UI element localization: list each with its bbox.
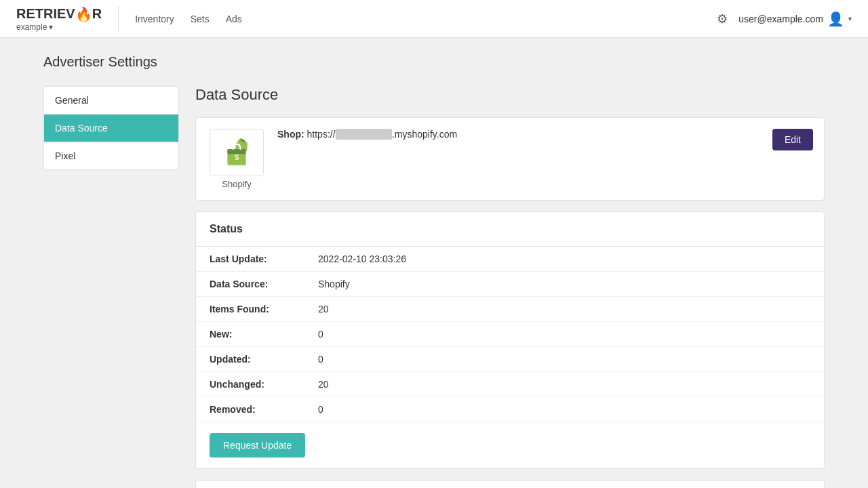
schedule-header: Schedule bbox=[196, 481, 824, 488]
status-row-updated: Updated: 0 bbox=[196, 347, 824, 372]
svg-rect-1 bbox=[227, 149, 245, 154]
status-box: Status Last Update: 2022-02-10 23:03:26 … bbox=[195, 211, 825, 469]
logo-text-r: R bbox=[92, 6, 102, 22]
main-nav: Inventory Sets Ads bbox=[135, 11, 717, 27]
status-value-data-source: Shopify bbox=[318, 279, 350, 289]
status-row-unchanged: Unchanged: 20 bbox=[196, 372, 824, 397]
status-row-last-update: Last Update: 2022-02-10 23:03:26 bbox=[196, 247, 824, 272]
user-email: user@example.com bbox=[738, 14, 823, 24]
shop-url-blurred: ████████ bbox=[336, 129, 392, 140]
status-label-removed: Removed: bbox=[210, 404, 318, 415]
header: RETRIEV 🔥 R example ▾ Inventory Sets Ads… bbox=[0, 0, 868, 38]
schedule-box: Schedule bbox=[195, 480, 825, 488]
status-value-last-update: 2022-02-10 23:03:26 bbox=[318, 253, 406, 264]
page-container: Advertiser Settings General Data Source … bbox=[27, 38, 841, 488]
shopify-logo-icon: S bbox=[220, 136, 254, 169]
user-menu[interactable]: user@example.com 👤 ▾ bbox=[738, 11, 852, 27]
shopify-label: Shopify bbox=[222, 179, 251, 189]
edit-button[interactable]: Edit bbox=[772, 129, 813, 150]
svg-text:S: S bbox=[235, 154, 239, 161]
main-content: Data Source bbox=[195, 86, 825, 488]
status-label-new: New: bbox=[210, 329, 318, 340]
logo-sub[interactable]: example ▾ bbox=[16, 22, 102, 32]
status-label-last-update: Last Update: bbox=[210, 253, 318, 264]
shopify-logo-box: S bbox=[210, 129, 264, 176]
chevron-down-icon: ▾ bbox=[848, 15, 852, 22]
status-value-updated: 0 bbox=[318, 354, 323, 365]
logo: RETRIEV 🔥 R bbox=[16, 6, 102, 22]
status-label-data-source: Data Source: bbox=[210, 279, 318, 289]
status-row-items-found: Items Found: 20 bbox=[196, 297, 824, 322]
header-right: ⚙ user@example.com 👤 ▾ bbox=[717, 11, 852, 27]
sidebar: General Data Source Pixel bbox=[43, 86, 179, 488]
status-label-updated: Updated: bbox=[210, 354, 318, 365]
request-update-button[interactable]: Request Update bbox=[210, 433, 305, 458]
shopify-card: S Shopify Shop: https://████████.myshopi… bbox=[195, 117, 825, 201]
nav-item-ads[interactable]: Ads bbox=[226, 11, 242, 27]
sidebar-item-general[interactable]: General bbox=[43, 86, 179, 114]
shopify-brand: S Shopify bbox=[210, 129, 264, 189]
logo-o: 🔥 bbox=[75, 6, 92, 22]
status-value-items-found: 20 bbox=[318, 304, 329, 314]
chevron-down-icon: ▾ bbox=[49, 22, 53, 32]
status-label-items-found: Items Found: bbox=[210, 304, 318, 314]
content-layout: General Data Source Pixel Data Source bbox=[43, 86, 825, 488]
status-row-removed: Removed: 0 bbox=[196, 397, 824, 422]
page-title: Advertiser Settings bbox=[43, 54, 825, 70]
section-title: Data Source bbox=[195, 86, 825, 104]
nav-item-inventory[interactable]: Inventory bbox=[135, 11, 174, 27]
sidebar-item-pixel[interactable]: Pixel bbox=[43, 142, 179, 170]
logo-text-retriev: RETRIEV bbox=[16, 6, 75, 22]
nav-item-sets[interactable]: Sets bbox=[191, 11, 210, 27]
settings-gear-button[interactable]: ⚙ bbox=[717, 12, 728, 26]
status-label-unchanged: Unchanged: bbox=[210, 379, 318, 390]
shop-url: Shop: https://████████.myshopify.com bbox=[277, 129, 457, 140]
sidebar-item-data-source[interactable]: Data Source bbox=[43, 114, 179, 142]
user-icon: 👤 bbox=[827, 11, 844, 27]
logo-sub-text: example bbox=[16, 22, 47, 32]
status-value-new: 0 bbox=[318, 329, 323, 340]
gear-icon: ⚙ bbox=[717, 12, 728, 26]
status-row-data-source: Data Source: Shopify bbox=[196, 272, 824, 297]
status-value-unchanged: 20 bbox=[318, 379, 329, 390]
status-row-new: New: 0 bbox=[196, 322, 824, 347]
logo-area: RETRIEV 🔥 R example ▾ bbox=[16, 6, 119, 32]
shop-label: Shop: bbox=[277, 129, 304, 140]
shopify-info: Shop: https://████████.myshopify.com bbox=[277, 129, 810, 140]
status-value-removed: 0 bbox=[318, 404, 323, 415]
status-header: Status bbox=[196, 212, 824, 247]
